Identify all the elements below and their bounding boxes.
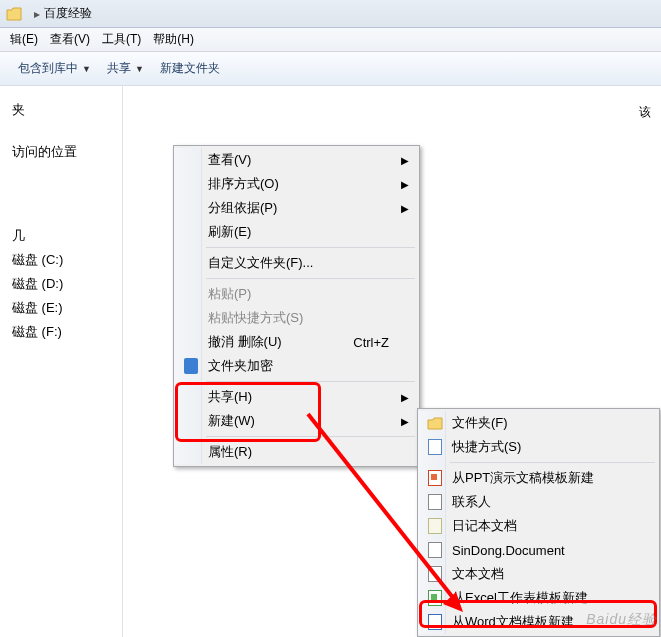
context-menu: 查看(V)▶ 排序方式(O)▶ 分组依据(P)▶ 刷新(E) 自定义文件夹(F)… bbox=[173, 145, 420, 467]
new-shortcut[interactable]: 快捷方式(S) bbox=[420, 435, 657, 459]
sidebar-drive-d[interactable]: 磁盘 (D:) bbox=[8, 272, 114, 296]
menu-edit[interactable]: 辑(E) bbox=[4, 29, 44, 50]
shortcut-icon bbox=[426, 438, 444, 456]
breadcrumb-chevron-icon: ▸ bbox=[34, 7, 40, 21]
excel-icon bbox=[426, 589, 444, 607]
menu-item-sort[interactable]: 排序方式(O)▶ bbox=[176, 172, 417, 196]
word-icon bbox=[426, 613, 444, 631]
menu-item-properties[interactable]: 属性(R) bbox=[176, 440, 417, 464]
new-diary[interactable]: 日记本文档 bbox=[420, 514, 657, 538]
text-icon bbox=[426, 565, 444, 583]
submenu-arrow-icon: ▶ bbox=[401, 179, 409, 190]
folder-icon bbox=[6, 7, 22, 21]
new-contact[interactable]: 联系人 bbox=[420, 490, 657, 514]
sidebar: 夹 访问的位置 几 磁盘 (C:) 磁盘 (D:) 磁盘 (E:) 磁盘 (F:… bbox=[0, 86, 123, 637]
sidebar-drive-f[interactable]: 磁盘 (F:) bbox=[8, 320, 114, 344]
new-text-document[interactable]: 文本文档 bbox=[420, 562, 657, 586]
menu-item-share[interactable]: 共享(H)▶ bbox=[176, 385, 417, 409]
ppt-icon bbox=[426, 469, 444, 487]
breadcrumb-location[interactable]: 百度经验 bbox=[44, 5, 92, 22]
new-sindong-document[interactable]: SinDong.Document bbox=[420, 538, 657, 562]
toolbar: 包含到库中▼ 共享▼ 新建文件夹 bbox=[0, 52, 661, 86]
titlebar: ▸ 百度经验 bbox=[0, 0, 661, 28]
watermark: Baidu经验 bbox=[586, 611, 657, 629]
menu-item-new[interactable]: 新建(W)▶ bbox=[176, 409, 417, 433]
new-submenu: 文件夹(F) 快捷方式(S) 从PPT演示文稿模板新建 联系人 日记本文档 Si… bbox=[417, 408, 660, 637]
new-excel-template[interactable]: 从Excel工作表模板新建 bbox=[420, 586, 657, 610]
menu-separator bbox=[206, 278, 415, 279]
menubar: 辑(E) 查看(V) 工具(T) 帮助(H) bbox=[0, 28, 661, 52]
menu-separator bbox=[206, 381, 415, 382]
menu-separator bbox=[206, 247, 415, 248]
menu-item-encrypt[interactable]: 文件夹加密 bbox=[176, 354, 417, 378]
folder-icon bbox=[426, 414, 444, 432]
sidebar-drive-e[interactable]: 磁盘 (E:) bbox=[8, 296, 114, 320]
submenu-arrow-icon: ▶ bbox=[401, 392, 409, 403]
shield-icon bbox=[182, 357, 200, 375]
content-text-fragment: 该 bbox=[639, 104, 651, 121]
document-icon bbox=[426, 541, 444, 559]
menu-item-group[interactable]: 分组依据(P)▶ bbox=[176, 196, 417, 220]
menu-separator bbox=[450, 462, 655, 463]
menu-item-paste: 粘贴(P) bbox=[176, 282, 417, 306]
dropdown-arrow-icon: ▼ bbox=[82, 64, 91, 74]
menu-item-refresh[interactable]: 刷新(E) bbox=[176, 220, 417, 244]
new-ppt-template[interactable]: 从PPT演示文稿模板新建 bbox=[420, 466, 657, 490]
toolbar-share[interactable]: 共享▼ bbox=[99, 56, 152, 81]
menu-item-view[interactable]: 查看(V)▶ bbox=[176, 148, 417, 172]
menu-item-undo[interactable]: 撤消 删除(U)Ctrl+Z bbox=[176, 330, 417, 354]
submenu-arrow-icon: ▶ bbox=[401, 155, 409, 166]
dropdown-arrow-icon: ▼ bbox=[135, 64, 144, 74]
menu-help[interactable]: 帮助(H) bbox=[147, 29, 200, 50]
toolbar-include-in-library[interactable]: 包含到库中▼ bbox=[10, 56, 99, 81]
menu-item-customize[interactable]: 自定义文件夹(F)... bbox=[176, 251, 417, 275]
sidebar-drive-c[interactable]: 磁盘 (C:) bbox=[8, 248, 114, 272]
sidebar-computer-header[interactable]: 几 bbox=[8, 224, 114, 248]
menu-item-paste-shortcut: 粘贴快捷方式(S) bbox=[176, 306, 417, 330]
sidebar-recent-places[interactable]: 访问的位置 bbox=[8, 140, 114, 164]
submenu-arrow-icon: ▶ bbox=[401, 416, 409, 427]
menu-shortcut: Ctrl+Z bbox=[353, 335, 389, 350]
toolbar-new-folder[interactable]: 新建文件夹 bbox=[152, 56, 228, 81]
diary-icon bbox=[426, 517, 444, 535]
sidebar-favorites-header[interactable]: 夹 bbox=[8, 98, 114, 122]
menu-view[interactable]: 查看(V) bbox=[44, 29, 96, 50]
menu-tools[interactable]: 工具(T) bbox=[96, 29, 147, 50]
menu-separator bbox=[206, 436, 415, 437]
submenu-arrow-icon: ▶ bbox=[401, 203, 409, 214]
contact-icon bbox=[426, 493, 444, 511]
new-folder[interactable]: 文件夹(F) bbox=[420, 411, 657, 435]
